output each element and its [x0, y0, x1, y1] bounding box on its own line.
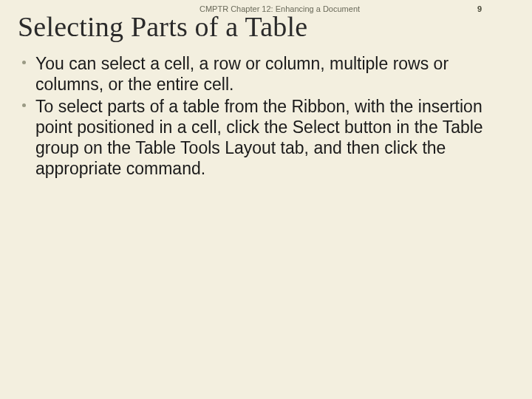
bullet-text: You can select a cell, a row or column, …	[35, 54, 449, 94]
list-item: You can select a cell, a row or column, …	[22, 53, 502, 95]
bullet-text: To select parts of a table from the Ribb…	[35, 97, 483, 178]
slide-title: Selecting Parts of a Table	[18, 10, 307, 43]
list-item: To select parts of a table from the Ribb…	[22, 96, 502, 179]
page-number: 9	[477, 4, 482, 13]
bullet-icon	[22, 61, 26, 64]
bullet-icon	[22, 103, 26, 107]
slide: CMPTR Chapter 12: Enhancing a Document 9…	[0, 0, 532, 399]
slide-body: You can select a cell, a row or column, …	[22, 53, 502, 180]
